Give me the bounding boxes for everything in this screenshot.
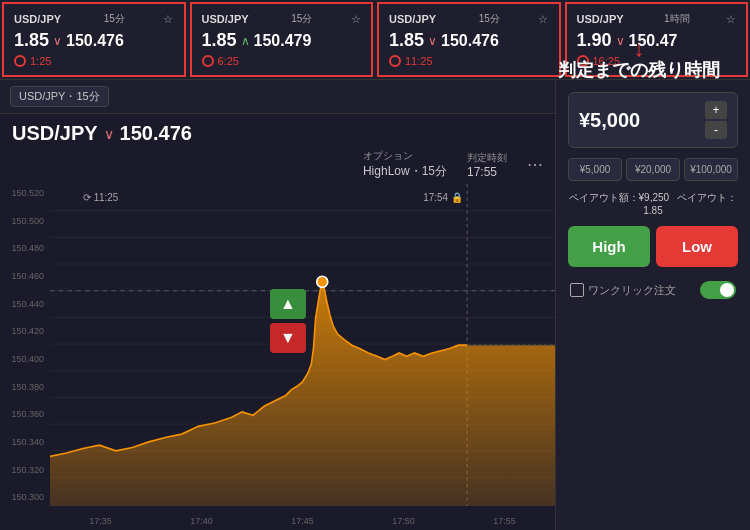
top-card-2-timer-value: 6:25 — [218, 55, 239, 67]
top-card-3-arrow: ∨ — [428, 34, 437, 48]
chart-judge-group: 判定時刻 17:55 — [467, 151, 507, 179]
oneclick-text: ワンクリック注文 — [588, 283, 676, 298]
chart-x-labels: 17:35 17:40 17:45 17:50 17:55 — [50, 506, 555, 530]
chart-y-labels: 150.520 150.500 150.480 150.460 150.440 … — [0, 184, 50, 506]
oneclick-label: ワンクリック注文 — [570, 283, 676, 298]
payout-amount-value: ¥9,250 — [639, 192, 670, 203]
chart-judge-value: 17:55 — [467, 165, 507, 179]
y-label-10: 150.320 — [2, 465, 48, 475]
top-card-4-body: 1.90 ∨ 150.47 — [577, 30, 737, 51]
chart-up-button[interactable]: ▲ — [270, 289, 306, 319]
x-label-3: 17:50 — [392, 516, 415, 526]
top-card-4-timeframe: 1時間 — [664, 12, 690, 26]
top-card-3-timer-icon — [389, 55, 401, 67]
amount-box: ¥5,000 + - — [568, 92, 738, 148]
svg-text:⟳ 11:25: ⟳ 11:25 — [83, 192, 119, 203]
top-card-3-header: USD/JPY 15分 ☆ — [389, 12, 549, 26]
top-card-4-pair: USD/JPY — [577, 13, 624, 25]
y-label-8: 150.360 — [2, 409, 48, 419]
top-card-1-arrow: ∨ — [53, 34, 62, 48]
amount-plus-button[interactable]: + — [705, 101, 727, 119]
top-card-2-body: 1.85 ∧ 150.479 — [202, 30, 362, 51]
top-card-2-payout: 1.85 — [202, 30, 237, 51]
top-card-2-star: ☆ — [351, 13, 361, 26]
top-card-3-timer: 11:25 — [389, 55, 549, 67]
top-card-4-star: ☆ — [726, 13, 736, 26]
y-label-7: 150.380 — [2, 382, 48, 392]
top-card-2-pair: USD/JPY — [202, 13, 249, 25]
amount-minus-button[interactable]: - — [705, 121, 727, 139]
top-card-1-payout: 1.85 — [14, 30, 49, 51]
top-card-1-pair: USD/JPY — [14, 13, 61, 25]
top-card-1[interactable]: USD/JPY 15分 ☆ 1.85 ∨ 150.476 1:25 — [2, 2, 186, 77]
payout-rate-label: ペイアウト： — [677, 192, 737, 203]
top-card-3-star: ☆ — [538, 13, 548, 26]
top-card-2-timeframe: 15分 — [291, 12, 312, 26]
top-card-2-timer-icon — [202, 55, 214, 67]
top-card-3-body: 1.85 ∨ 150.476 — [389, 30, 549, 51]
top-card-1-timer: 1:25 — [14, 55, 174, 67]
top-card-2-price: 150.479 — [254, 32, 312, 50]
main-content: USD/JPY・15分 USD/JPY ∨ 150.476 オプション High… — [0, 80, 750, 530]
top-card-3[interactable]: USD/JPY 15分 ☆ 1.85 ∨ 150.476 11:25 — [377, 2, 561, 77]
payout-rate-value: 1.85 — [643, 205, 662, 216]
y-label-0: 150.520 — [2, 188, 48, 198]
oneclick-toggle[interactable] — [700, 281, 736, 299]
annotation-arrow: ↓ — [634, 38, 645, 60]
y-label-9: 150.340 — [2, 437, 48, 447]
y-label-1: 150.500 — [2, 216, 48, 226]
chart-judge-label: 判定時刻 — [467, 151, 507, 165]
y-label-5: 150.420 — [2, 326, 48, 336]
y-label-6: 150.400 — [2, 354, 48, 364]
top-card-3-payout: 1.85 — [389, 30, 424, 51]
top-card-1-price: 150.476 — [66, 32, 124, 50]
top-card-2[interactable]: USD/JPY 15分 ☆ 1.85 ∧ 150.479 6:25 — [190, 2, 374, 77]
top-card-1-body: 1.85 ∨ 150.476 — [14, 30, 174, 51]
preset-100000-button[interactable]: ¥100,000 — [684, 158, 738, 181]
top-card-4-arrow: ∨ — [616, 34, 625, 48]
top-card-2-arrow: ∧ — [241, 34, 250, 48]
top-card-1-timer-icon — [14, 55, 26, 67]
x-label-0: 17:35 — [89, 516, 112, 526]
preset-5000-button[interactable]: ¥5,000 — [568, 158, 622, 181]
chart-pair: USD/JPY — [12, 122, 98, 145]
y-label-11: 150.300 — [2, 492, 48, 502]
trade-buttons: High Low — [568, 226, 738, 267]
preset-amounts: ¥5,000 ¥20,000 ¥100,000 — [568, 158, 738, 181]
y-label-2: 150.480 — [2, 243, 48, 253]
chart-price: 150.476 — [120, 122, 192, 145]
top-card-2-timer: 6:25 — [202, 55, 362, 67]
x-label-2: 17:45 — [291, 516, 314, 526]
chart-menu-icon[interactable]: ⋯ — [527, 155, 543, 174]
chart-option-label: オプション — [363, 149, 447, 163]
top-card-3-timeframe: 15分 — [479, 12, 500, 26]
top-card-2-header: USD/JPY 15分 ☆ — [202, 12, 362, 26]
top-bar: USD/JPY 15分 ☆ 1.85 ∨ 150.476 1:25 USD/JP… — [0, 0, 750, 80]
svg-text:17:54 🔒: 17:54 🔒 — [423, 191, 463, 204]
updown-buttons: ▲ ▼ — [270, 289, 306, 353]
chart-badge: USD/JPY・15分 — [10, 86, 109, 107]
low-button[interactable]: Low — [656, 226, 738, 267]
top-card-1-timeframe: 15分 — [104, 12, 125, 26]
chart-arrow: ∨ — [104, 126, 114, 142]
chart-area: USD/JPY・15分 USD/JPY ∨ 150.476 オプション High… — [0, 80, 555, 530]
x-label-4: 17:55 — [493, 516, 516, 526]
top-card-3-price: 150.476 — [441, 32, 499, 50]
chart-option-value: HighLow・15分 — [363, 163, 447, 180]
top-card-1-timer-value: 1:25 — [30, 55, 51, 67]
annotation-text: 判定までの残り時間 — [558, 58, 720, 82]
chart-option-group: オプション HighLow・15分 — [363, 149, 447, 180]
oneclick-row: ワンクリック注文 — [568, 277, 738, 303]
oneclick-icon — [570, 283, 584, 297]
chart-option-row: オプション HighLow・15分 判定時刻 17:55 ⋯ — [0, 149, 555, 184]
chart-down-button[interactable]: ▼ — [270, 323, 306, 353]
chart-svg-container: 150.520 150.500 150.480 150.460 150.440 … — [0, 184, 555, 530]
x-label-1: 17:40 — [190, 516, 213, 526]
amount-controls: + - — [705, 101, 727, 139]
high-button[interactable]: High — [568, 226, 650, 267]
top-card-3-pair: USD/JPY — [389, 13, 436, 25]
preset-20000-button[interactable]: ¥20,000 — [626, 158, 680, 181]
top-card-3-timer-value: 11:25 — [405, 55, 433, 67]
payout-amount-label: ペイアウト額： — [569, 192, 639, 203]
amount-value: ¥5,000 — [579, 109, 640, 132]
